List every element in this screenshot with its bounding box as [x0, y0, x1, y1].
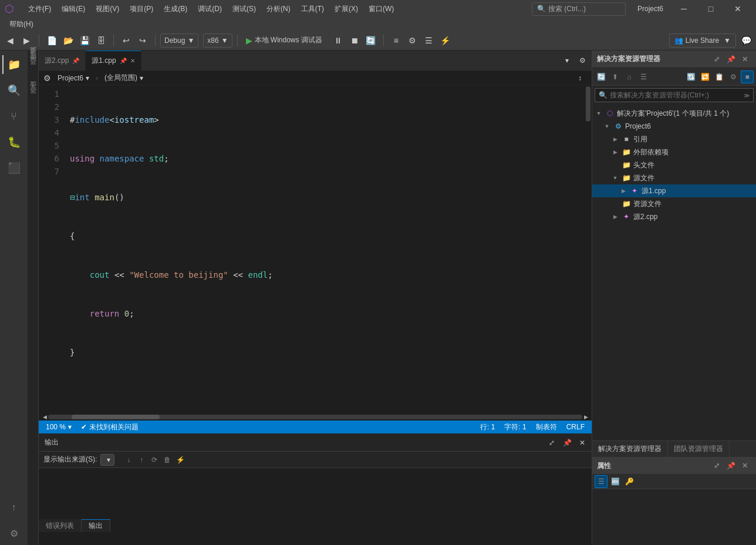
menu-file[interactable]: 文件(F)	[23, 3, 56, 15]
se-pin-button[interactable]: 📌	[724, 53, 737, 66]
menu-view[interactable]: 视图(V)	[91, 3, 124, 15]
breadcrumb-action-1[interactable]: ↕	[573, 71, 587, 85]
tree-solution[interactable]: ▼ ⬡ 解决方案'Project6'(1 个项目/共 1 个)	[592, 107, 756, 120]
activity-settings[interactable]: ⚙	[2, 522, 26, 545]
redo-button[interactable]: ↪	[135, 33, 150, 48]
se-tb-btn8[interactable]: ⚙	[727, 70, 740, 83]
se-tb-btn6[interactable]: 🔁	[698, 70, 711, 83]
side-label-4[interactable]: 上传	[28, 90, 39, 96]
se-search[interactable]: 🔍 ≫	[595, 88, 754, 102]
h-scrollbar-track[interactable]	[48, 415, 582, 419]
prop-key-button[interactable]: 🔑	[623, 475, 636, 488]
activity-explorer[interactable]: 📁	[2, 53, 26, 76]
se-tb-btn4[interactable]: ☰	[637, 70, 650, 83]
side-label-3[interactable]: 器	[28, 67, 39, 72]
tree-refs[interactable]: ▶ ■ 引用	[592, 133, 756, 146]
tree-resource-files[interactable]: 📁 资源文件	[592, 197, 756, 210]
se-close-button[interactable]: ✕	[738, 53, 751, 66]
global-search[interactable]: 🔍 搜索 (Ctrl...)	[532, 2, 626, 16]
h-scroll-left[interactable]: ◀	[41, 413, 48, 420]
output-btn-2[interactable]: ↑	[136, 454, 147, 466]
side-label-5[interactable]: 器	[28, 96, 39, 101]
menu-extensions[interactable]: 扩展(X)	[330, 3, 363, 15]
restart-button[interactable]: 🔄	[363, 33, 379, 48]
activity-git[interactable]: ⑂	[2, 105, 26, 128]
scrollbar-thumb[interactable]	[586, 86, 590, 122]
misc-btn-3[interactable]: ☰	[421, 33, 437, 48]
output-btn-4[interactable]: 🗑	[161, 454, 173, 466]
se-tb-btn2[interactable]: ⬆	[609, 70, 622, 83]
se-float-button[interactable]: ⤢	[710, 53, 723, 66]
tree-external-deps[interactable]: ▶ 📁 外部依赖项	[592, 146, 756, 159]
platform-dropdown[interactable]: x86 ▼	[203, 33, 232, 48]
panel-pin-button[interactable]: 📌	[560, 436, 574, 450]
se-search-input[interactable]	[610, 91, 741, 99]
menu-analyze[interactable]: 分析(N)	[262, 3, 295, 15]
tab-item[interactable]: 制表符	[534, 420, 559, 433]
line-item[interactable]: 行: 1	[478, 420, 497, 433]
close-button[interactable]: ✕	[724, 0, 751, 18]
prop-alpha-button[interactable]: 🔤	[609, 475, 622, 488]
menu-build[interactable]: 生成(B)	[159, 3, 192, 15]
menu-window[interactable]: 窗口(W)	[364, 3, 399, 15]
output-source-select[interactable]: ▾	[100, 454, 114, 466]
new-file-button[interactable]: 📄	[44, 33, 59, 48]
se-tab-team-explorer[interactable]: 团队资源管理器	[668, 441, 730, 457]
tree-project6[interactable]: ▼ ⚙ Project6	[592, 120, 756, 133]
se-tb-btn5[interactable]: 🔃	[684, 70, 697, 83]
side-label-2[interactable]: 管理	[28, 61, 39, 67]
tree-source-files[interactable]: ▼ 📁 源文件	[592, 171, 756, 184]
output-tab[interactable]: 输出	[82, 519, 110, 532]
minimize-button[interactable]: ─	[670, 0, 697, 18]
encoding-item[interactable]: CRLF	[564, 420, 587, 433]
char-item[interactable]: 字符: 1	[502, 420, 528, 433]
output-btn-3[interactable]: ⟳	[148, 454, 160, 466]
se-tb-btn9[interactable]: ■	[741, 70, 754, 83]
tab-settings-button[interactable]: ⚙	[575, 53, 589, 68]
menu-debug[interactable]: 调试(D)	[193, 3, 227, 15]
output-content[interactable]	[39, 468, 592, 545]
tree-yuan1cpp[interactable]: ▶ ✦ 源1.cpp	[592, 184, 756, 197]
h-scrollbar-thumb[interactable]	[72, 415, 160, 419]
activity-debug[interactable]: 🐛	[2, 130, 26, 154]
prop-float-button[interactable]: ⤢	[710, 459, 723, 472]
stop-button[interactable]: ⏹	[347, 33, 362, 48]
side-label-1[interactable]: 资源	[28, 55, 39, 61]
restore-button[interactable]: □	[697, 0, 724, 18]
menu-tools[interactable]: 工具(T)	[296, 3, 329, 15]
prop-close-button[interactable]: ✕	[738, 459, 751, 472]
issues-item[interactable]: ✔ 未找到相关问题	[79, 420, 141, 433]
menu-test[interactable]: 测试(S)	[228, 3, 261, 15]
activity-search[interactable]: 🔍	[2, 79, 26, 102]
se-tb-btn7[interactable]: 📋	[713, 70, 725, 83]
save-button[interactable]: 💾	[77, 33, 92, 48]
panel-close-button[interactable]: ✕	[575, 436, 589, 450]
code-editor[interactable]: #include<iostream> using namespace std; …	[65, 85, 585, 413]
menu-project[interactable]: 项目(P)	[125, 3, 158, 15]
tab-yuan2cpp-pin[interactable]: 📌	[72, 58, 79, 64]
menu-help[interactable]: 帮助(H)	[5, 18, 38, 31]
h-scroll-right[interactable]: ▶	[582, 413, 589, 420]
undo-button[interactable]: ↩	[119, 33, 134, 48]
debug-config-dropdown[interactable]: Debug ▼	[160, 33, 198, 48]
open-file-button[interactable]: 📂	[60, 33, 76, 48]
back-button[interactable]: ◀	[2, 33, 18, 48]
panel-float-button[interactable]: ⤢	[545, 436, 559, 450]
error-list-tab[interactable]: 错误列表	[39, 519, 82, 532]
forward-button[interactable]: ▶	[19, 33, 34, 48]
feedback-button[interactable]: 💬	[738, 33, 754, 48]
se-tb-btn1[interactable]: 🔄	[595, 70, 608, 83]
output-btn-1[interactable]: ↓	[123, 454, 134, 466]
save-all-button[interactable]: 🗄	[93, 33, 109, 48]
run-button[interactable]: ▶ 本地 Windows 调试器	[242, 34, 326, 46]
se-search-expand[interactable]: ≫	[744, 92, 750, 99]
misc-btn-2[interactable]: ⚙	[405, 33, 420, 48]
se-tab-solution-explorer[interactable]: 解决方案资源管理器	[592, 441, 668, 457]
zoom-item[interactable]: 100 % ▾	[43, 420, 74, 433]
tab-yuan1cpp-pin[interactable]: 📌	[120, 58, 127, 64]
tab-yuan1cpp[interactable]: 源1.cpp 📌 ✕	[86, 51, 141, 71]
editor-scrollbar[interactable]	[585, 85, 592, 413]
breadcrumb-scope-dropdown[interactable]: (全局范围) ▾	[100, 71, 147, 85]
breadcrumb-project-dropdown[interactable]: Project6 ▾	[53, 72, 93, 84]
tree-yuan2cpp[interactable]: ▶ ✦ 源2.cpp	[592, 210, 756, 223]
